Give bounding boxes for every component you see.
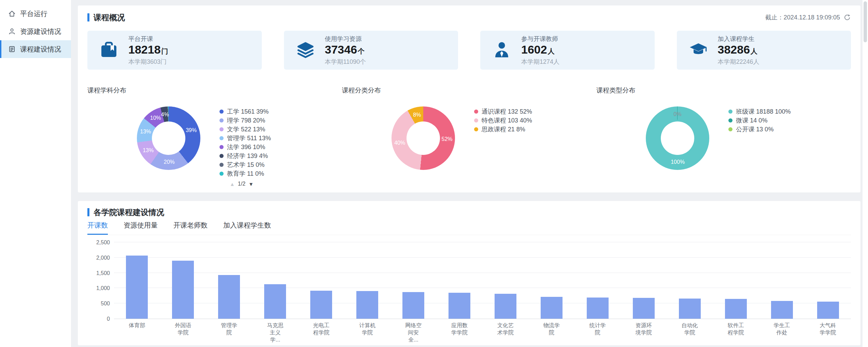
- tab-course-count[interactable]: 开课数: [87, 221, 108, 235]
- legend-item[interactable]: 特色课程 103 40%: [474, 116, 532, 125]
- legend-item[interactable]: 通识课程 132 52%: [474, 107, 532, 116]
- legend-marker: [219, 118, 224, 122]
- tab-resource-usage[interactable]: 资源使用量: [124, 221, 158, 235]
- bar-2: [172, 261, 194, 319]
- legend-marker: [474, 127, 478, 131]
- legend-item[interactable]: 教育学 11 0%: [219, 169, 271, 178]
- app: 平台运行资源建设情况课程建设情况 课程概况 截止：2024.12.18 19:0…: [0, 0, 868, 347]
- donut-hole: [407, 121, 440, 155]
- bar-13: [679, 299, 701, 319]
- sidebar-item-course-construction[interactable]: 课程建设情况: [0, 40, 71, 58]
- x-axis-label-text: 统计学院: [588, 322, 607, 343]
- legend-label: 通识课程 132 52%: [482, 107, 532, 116]
- bar-15: [771, 301, 793, 319]
- college-card-header: 各学院课程建设情况: [87, 208, 851, 217]
- x-axis-label: 计算机学院: [344, 322, 390, 343]
- donut-slice-label: 0%: [673, 111, 681, 117]
- stat-unit: 人: [548, 47, 555, 55]
- donut-section-category-distribution: 课程分类分布52%40%8%通识课程 132 52%特色课程 103 40%思政…: [342, 86, 597, 187]
- legend-marker: [219, 136, 224, 140]
- legend-marker: [474, 110, 478, 114]
- legend-item[interactable]: 微课 14 0%: [728, 116, 791, 125]
- bar-chart-y-axis: 05001,0001,5002,0002,500: [87, 243, 114, 319]
- refresh-icon[interactable]: [843, 14, 851, 21]
- bar-chart-plot: [114, 243, 851, 319]
- pager-down-arrow[interactable]: ▼: [248, 181, 254, 187]
- legend-label: 教育学 11 0%: [227, 169, 264, 178]
- legend-item[interactable]: 法学 396 10%: [219, 143, 271, 151]
- sidebar-item-label: 资源建设情况: [20, 27, 61, 36]
- stat-value: 18218门: [128, 43, 168, 58]
- college-course-card: 各学院课程建设情况 开课数资源使用量开课老师数加入课程学生数 05001,000…: [78, 201, 860, 345]
- tab-teacher-count[interactable]: 开课老师数: [173, 221, 208, 235]
- bar-1: [126, 256, 148, 319]
- legend-label: 法学 396 10%: [227, 143, 265, 151]
- stat-label: 加入课程学生: [718, 35, 759, 43]
- x-axis-label: 统计学院: [574, 322, 621, 343]
- donut-title-type-distribution: 课程类型分布: [596, 86, 851, 95]
- course-overview-card: 课程概况 截止：2024.12.18 19:09:05 平台开课18218门本学…: [78, 5, 860, 192]
- legend-label: 艺术学 15 0%: [227, 160, 265, 169]
- bar-14: [725, 299, 747, 319]
- sidebar-item-label: 平台运行: [20, 9, 47, 18]
- stat-label: 平台开课: [128, 35, 168, 43]
- page-scrollbar-thumb[interactable]: [864, 1, 867, 42]
- legend-item[interactable]: 管理学 511 13%: [219, 134, 271, 143]
- overview-card-header: 课程概况 截止：2024.12.18 19:09:05: [87, 13, 851, 22]
- donut-slice-label: 40%: [394, 140, 405, 146]
- deadline-text: 截止：2024.12.18 19:09:05: [765, 13, 840, 21]
- y-axis-label: 2,000: [87, 255, 110, 261]
- bar-slot: [252, 243, 298, 319]
- donut-hole: [661, 121, 694, 155]
- teacher-icon: [492, 40, 512, 60]
- x-axis-label: 大气科学学院: [805, 322, 851, 343]
- legend-item[interactable]: 工学 1561 39%: [219, 107, 271, 116]
- bar-4: [264, 284, 286, 319]
- tab-student-count[interactable]: 加入课程学生数: [223, 221, 271, 235]
- home-icon: [8, 10, 16, 17]
- x-axis-label: 学生工作处: [759, 322, 805, 343]
- stat-sub: 本学期22246人: [718, 58, 759, 66]
- college-card-title: 各学院课程建设情况: [94, 207, 164, 218]
- sidebar-item-resource-construction[interactable]: 资源建设情况: [0, 23, 71, 40]
- bar-slot: [713, 243, 759, 319]
- page-scrollbar-track[interactable]: [863, 0, 868, 347]
- x-axis-label: 文化艺术学院: [483, 322, 529, 343]
- legend-item[interactable]: 理学 798 20%: [219, 116, 271, 125]
- legend-marker: [219, 145, 224, 149]
- x-axis-label: 软件工程学院: [713, 322, 759, 343]
- stat-text: 加入课程学生38286人本学期22246人: [718, 35, 759, 66]
- legend-label: 思政课程 21 8%: [482, 125, 525, 134]
- legend-marker: [219, 127, 224, 131]
- x-axis-label: 物流学院: [528, 322, 574, 343]
- sidebar-item-platform-operation[interactable]: 平台运行: [0, 5, 71, 23]
- bar-slot: [528, 243, 574, 319]
- stat-text: 参与开课教师1602人本学期1274人: [521, 35, 559, 66]
- legend-label: 文学 522 13%: [227, 125, 265, 134]
- bar-slot: [805, 243, 851, 319]
- legend-item[interactable]: 班级课 18188 100%: [728, 107, 791, 116]
- accent-bar: [87, 13, 89, 21]
- x-axis-spacer: [87, 322, 114, 343]
- donut-chart-type-distribution: 100%0%: [646, 106, 709, 170]
- x-axis-label-text: 外国语学院: [173, 322, 193, 343]
- stat-text: 平台开课18218门本学期3603门: [128, 35, 168, 66]
- donut-section-type-distribution: 课程类型分布100%0%班级课 18188 100%微课 14 0%公开课 13…: [596, 86, 851, 187]
- main-content: 课程概况 截止：2024.12.18 19:09:05 平台开课18218门本学…: [71, 0, 863, 347]
- y-axis-label: 0: [87, 316, 110, 322]
- graduate-icon: [688, 40, 708, 60]
- legend-item[interactable]: 艺术学 15 0%: [219, 160, 271, 169]
- bar-slot: [483, 243, 529, 319]
- legend-item[interactable]: 公开课 13 0%: [728, 125, 791, 134]
- stat-unit: 人: [751, 47, 757, 55]
- legend-label: 经济学 139 4%: [227, 151, 268, 160]
- legend-marker: [219, 172, 224, 176]
- legend-item[interactable]: 思政课程 21 8%: [474, 125, 532, 134]
- document-icon: [8, 45, 16, 53]
- x-axis-label: 应用数学学院: [437, 322, 483, 343]
- pager-up-arrow[interactable]: ▲: [230, 181, 235, 187]
- donut-wrap: 100%0%班级课 18188 100%微课 14 0%公开课 13 0%: [596, 106, 851, 170]
- legend-item[interactable]: 文学 522 13%: [219, 125, 271, 134]
- legend-item[interactable]: 经济学 139 4%: [219, 151, 271, 160]
- donut-chart-subject-distribution: 39%20%13%13%10%4%: [137, 106, 200, 170]
